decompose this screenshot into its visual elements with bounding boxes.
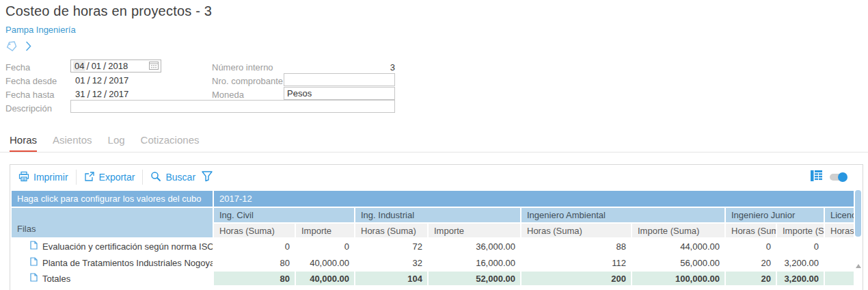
table-row: Planta de Tratamientos Industriales Nogo… <box>12 255 854 270</box>
tab-cotizaciones[interactable]: Cotizaciones <box>141 134 200 153</box>
subheader-cell[interactable]: Horas (Suma) <box>521 224 631 237</box>
total-cell: 52,000.00 <box>429 272 520 285</box>
total-cell <box>825 272 854 285</box>
print-button[interactable]: Imprimir <box>18 171 68 184</box>
row-label-cell[interactable]: Totales <box>12 272 213 285</box>
total-cell: 104 <box>355 272 427 285</box>
export-icon <box>84 171 95 184</box>
row-label-cell[interactable]: Evaluación y certificación según norma I… <box>12 239 213 254</box>
data-cell: 44,000.00 <box>632 239 724 254</box>
data-cell: 72 <box>355 239 427 254</box>
export-button[interactable]: Exportar <box>84 171 135 184</box>
total-cell: 20 <box>726 272 776 285</box>
nro-comprobante-input[interactable] <box>284 73 395 86</box>
moneda-input[interactable] <box>284 87 395 100</box>
cube-config-hint-cell[interactable]: Haga click para configurar los valores d… <box>12 191 213 207</box>
total-cell: 40,000.00 <box>296 272 354 285</box>
data-cell: 88 <box>521 239 631 254</box>
document-icon[interactable] <box>30 257 38 268</box>
data-cell: 3,200.00 <box>777 255 824 270</box>
filter-icon <box>201 170 213 184</box>
subheader-cell[interactable]: Horas (Suma) <box>726 224 776 237</box>
data-cell <box>825 255 854 270</box>
data-cell: 0 <box>214 239 295 254</box>
fecha-hasta-label: Fecha hasta <box>5 90 55 100</box>
nro-comprobante-label: Nro. comprobante <box>212 76 283 86</box>
page-title: Costeo de horas en proyectos - 3 <box>5 3 212 19</box>
subheader-cell[interactable]: Horas (Suma) <box>355 224 427 237</box>
tab-horas[interactable]: Horas <box>10 134 37 153</box>
toolbar-separator <box>76 170 77 185</box>
record-action-icons <box>5 40 32 52</box>
numero-interno-value: 3 <box>287 62 395 72</box>
data-cell: 56,000.00 <box>632 255 724 270</box>
data-cell: 112 <box>521 255 631 270</box>
company-link[interactable]: Pampa Ingeniería <box>5 25 76 35</box>
subheader-cell[interactable]: Horas ( <box>825 224 854 237</box>
data-cell: 0 <box>777 239 824 254</box>
document-icon[interactable] <box>30 241 38 252</box>
scrollbar-thumb[interactable] <box>855 190 861 237</box>
fecha-day[interactable]: 04 <box>73 61 85 71</box>
subheader-cell[interactable]: Importe <box>429 224 520 237</box>
rows-area-label-cell[interactable]: Filas <box>12 208 213 237</box>
tag-icon[interactable] <box>5 40 18 52</box>
tab-log[interactable]: Log <box>108 134 125 153</box>
data-cell: 0 <box>296 239 354 254</box>
chevron-right-icon[interactable] <box>25 40 32 52</box>
data-cell: 36,000.00 <box>429 239 520 254</box>
tabs-divider <box>0 152 868 153</box>
print-label: Imprimir <box>33 172 68 183</box>
document-icon[interactable] <box>30 273 38 284</box>
descripcion-label: Descripción <box>5 103 52 114</box>
scroll-up-arrow-icon[interactable] <box>856 264 861 268</box>
subheader-cell[interactable]: Horas (Suma) <box>214 224 295 237</box>
pivot-toggle-switch[interactable] <box>830 174 846 181</box>
search-button[interactable]: Buscar <box>150 171 195 184</box>
search-icon <box>150 171 161 184</box>
total-cell: 80 <box>214 272 295 285</box>
data-cell <box>825 239 854 254</box>
tab-asientos[interactable]: Asientos <box>53 134 92 153</box>
group-header-ing-industrial[interactable]: Ing. Industrial <box>355 208 520 222</box>
fecha-month[interactable]: 01 <box>90 61 103 71</box>
data-cell: 40,000.00 <box>296 255 354 270</box>
table-row: Evaluación y certificación según norma I… <box>12 239 854 254</box>
moneda-label: Moneda <box>212 90 244 100</box>
fecha-desde-value[interactable]: 01 / 12 / 2017 <box>74 75 130 86</box>
total-cell: 100,000.00 <box>632 272 724 285</box>
subheader-cell[interactable]: Importe (Suma) <box>632 224 724 237</box>
printer-icon <box>18 171 29 184</box>
fecha-input[interactable]: 04 / 01 / 2018 <box>70 60 161 72</box>
numero-interno-label: Número interno <box>212 62 273 72</box>
toggle-knob <box>838 172 847 182</box>
vertical-scrollbar[interactable] <box>855 190 861 290</box>
filter-button[interactable] <box>201 170 213 184</box>
group-header-ingeniero-junior[interactable]: Ingeniero Junior <box>726 208 824 222</box>
toolbar-separator <box>142 170 143 185</box>
group-header-ingeniero-ambiental[interactable]: Ingeniero Ambiental <box>521 208 724 222</box>
group-header-licencia[interactable]: Licenci <box>825 208 854 222</box>
tab-bar: Horas Asientos Log Cotizaciones <box>10 134 199 153</box>
descripcion-input[interactable] <box>70 100 395 113</box>
data-cell: 16,000.00 <box>429 255 520 270</box>
pivot-grid-panel: Imprimir Exportar Buscar <box>10 164 863 290</box>
total-cell: 200 <box>521 272 631 285</box>
data-cell: 0 <box>726 239 776 254</box>
total-cell: 3,200.00 <box>777 272 824 285</box>
fecha-desde-label: Fecha desde <box>5 76 57 86</box>
period-header-cell[interactable]: 2017-12 <box>214 191 854 207</box>
subheader-cell[interactable]: Importe (Suma) <box>777 224 824 237</box>
data-cell: 80 <box>214 255 295 270</box>
calendar-icon[interactable] <box>149 61 159 72</box>
export-label: Exportar <box>99 172 135 183</box>
group-header-ing-civil[interactable]: Ing. Civil <box>214 208 354 222</box>
fecha-hasta-value[interactable]: 31 / 12 / 2017 <box>74 88 130 100</box>
search-label: Buscar <box>165 172 195 183</box>
fecha-label: Fecha <box>5 62 30 72</box>
data-cell: 20 <box>726 255 776 270</box>
row-label-cell[interactable]: Planta de Tratamientos Industriales Nogo… <box>12 255 213 270</box>
subheader-cell[interactable]: Importe <box>296 224 354 237</box>
field-chooser-grid-icon[interactable] <box>810 170 823 185</box>
fecha-year[interactable]: 2018 <box>107 61 129 71</box>
